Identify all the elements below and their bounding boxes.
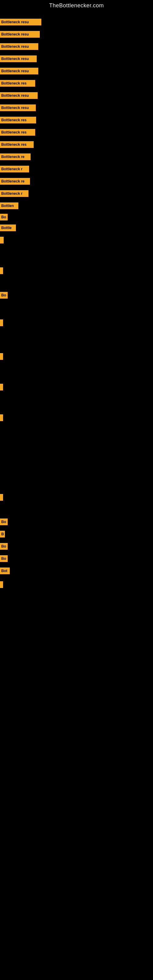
bar-extend — [32, 92, 38, 99]
bar-extend — [32, 68, 38, 75]
bar-extend — [4, 531, 5, 538]
bar-label: Bo — [0, 519, 7, 525]
bar-extend — [2, 581, 3, 588]
bar-label: Bottleneck resu — [0, 68, 32, 75]
bar-extend — [26, 190, 29, 197]
bar-extend — [28, 153, 30, 160]
bar-label — [0, 581, 2, 588]
bar-row — [0, 237, 4, 243]
bar-row: Bottleneck resu — [0, 43, 38, 50]
bar-label: Bo — [0, 555, 7, 562]
bar-row: Bo — [0, 519, 8, 525]
bar-row — [0, 494, 3, 501]
bar-label: Bottleneck res — [0, 80, 30, 87]
bar-row: Bottleneck resu — [0, 92, 38, 99]
bar-row — [0, 267, 3, 274]
bar-label: Bottleneck resu — [0, 105, 32, 111]
bar-row: Bottleneck res — [0, 141, 33, 148]
bar-extend — [7, 214, 8, 221]
bar-label — [0, 237, 3, 243]
bar-row — [0, 384, 3, 390]
bar-row — [0, 320, 3, 326]
bar-label — [0, 267, 2, 274]
bar-label: Bottleneck res — [0, 141, 30, 148]
site-title: TheBottlenecker.com — [0, 0, 153, 10]
bar-label: Bo — [0, 543, 7, 550]
bar-extend — [7, 555, 8, 562]
bar-row: Bottleneck res — [0, 129, 35, 136]
bar-label: Bo — [0, 214, 7, 221]
bar-extend — [32, 43, 38, 50]
bar-row: Bottleneck re — [0, 153, 30, 160]
bar-extend — [2, 320, 3, 326]
bar-label: Bottlen — [0, 202, 17, 209]
bar-label: Bottleneck r — [0, 190, 26, 197]
bar-row: Bottleneck resu — [0, 68, 38, 75]
bar-extend — [17, 202, 18, 209]
bar-row: Bottleneck resu — [0, 19, 41, 25]
bar-label — [0, 494, 2, 501]
bar-row: Bottleneck resu — [0, 56, 37, 62]
bar-extend — [32, 105, 36, 111]
bar-extend — [2, 267, 3, 274]
bar-extend — [15, 224, 16, 231]
bar-extend — [7, 543, 8, 550]
bar-extend — [2, 353, 3, 360]
bar-extend — [32, 56, 37, 62]
bar-row — [0, 353, 3, 360]
bar-row: Bottleneck resu — [0, 31, 40, 38]
bar-row: Bo — [0, 543, 8, 550]
bar-row: Bo — [0, 292, 8, 299]
bar-row: Bottleneck resu — [0, 105, 36, 111]
bar-label: Bot — [0, 568, 9, 574]
bar-label: B — [0, 531, 4, 538]
bar-label — [0, 384, 2, 390]
bar-label: Bottleneck res — [0, 129, 30, 136]
bar-row: Bottleneck r — [0, 166, 29, 172]
bar-row: B — [0, 531, 5, 538]
bar-extend — [30, 80, 35, 87]
bar-row: Bo — [0, 555, 8, 562]
bar-label: Bottleneck resu — [0, 56, 32, 62]
bar-label: Bottleneck r — [0, 166, 26, 172]
bar-label: Bottleneck re — [0, 153, 28, 160]
bar-label: Bottleneck resu — [0, 31, 32, 38]
bar-row: Bottleneck re — [0, 178, 30, 185]
bar-row: Bottleneck res — [0, 117, 36, 123]
bar-extend — [30, 117, 36, 123]
bar-extend — [3, 237, 4, 243]
bar-extend — [32, 31, 40, 38]
bar-extend — [28, 178, 30, 185]
bar-extend — [7, 519, 8, 525]
bar-extend — [2, 414, 3, 421]
bar-label — [0, 353, 2, 360]
bar-label: Bottle — [0, 224, 15, 231]
bar-row: Bottle — [0, 224, 16, 231]
bar-label: Bottleneck res — [0, 117, 30, 123]
bar-label: Bottleneck re — [0, 178, 28, 185]
bar-row: Bot — [0, 568, 10, 574]
bar-row: Bo — [0, 214, 8, 221]
bar-label: Bottleneck resu — [0, 43, 32, 50]
bar-label: Bottleneck resu — [0, 19, 32, 25]
bar-extend — [30, 129, 35, 136]
bar-label — [0, 414, 2, 421]
bar-label: Bo — [0, 292, 7, 299]
bar-extend — [32, 19, 41, 25]
bar-label: Bottleneck resu — [0, 92, 32, 99]
bar-row: Bottleneck r — [0, 190, 29, 197]
bar-row — [0, 581, 3, 588]
bar-row: Bottlen — [0, 202, 18, 209]
bar-extend — [2, 384, 3, 390]
bar-extend — [26, 166, 29, 172]
bar-row: Bottleneck res — [0, 80, 35, 87]
bar-extend — [30, 141, 33, 148]
bar-row — [0, 414, 3, 421]
bar-label — [0, 320, 2, 326]
bar-extend — [2, 494, 3, 501]
bar-extend — [9, 568, 10, 574]
bar-extend — [7, 292, 8, 299]
